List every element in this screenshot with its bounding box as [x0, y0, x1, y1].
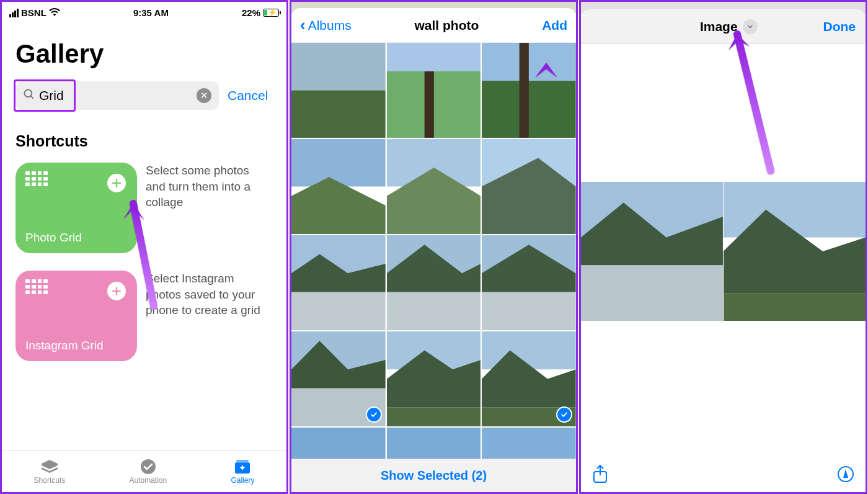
- grid-icon: [25, 171, 48, 186]
- photo-thumbnail[interactable]: [291, 331, 386, 426]
- layers-icon: [40, 459, 59, 475]
- tab-label: Automation: [129, 476, 167, 485]
- svg-rect-21: [291, 292, 386, 330]
- selected-check-icon: [366, 406, 382, 423]
- sparkle-card-icon: [233, 459, 252, 475]
- svg-rect-24: [387, 292, 481, 330]
- battery-icon: ⚡: [263, 9, 279, 17]
- add-button[interactable]: Add: [542, 18, 567, 33]
- signal-icon: [9, 9, 19, 17]
- screen-photo-picker: ‹ Albums wall photo Add: [290, 0, 578, 494]
- photo-thumbnail[interactable]: [387, 235, 481, 330]
- card-title: Photo Grid: [25, 231, 127, 245]
- card-description: Select Instagram photos saved to your ph…: [146, 271, 270, 318]
- section-heading: Shortcuts: [16, 132, 273, 150]
- photo-thumbnail[interactable]: [482, 43, 576, 138]
- svg-rect-34: [482, 331, 576, 369]
- svg-rect-42: [581, 265, 724, 321]
- screen-gallery: BSNL 9:35 AM 22% ⚡ Gallery Grid ✕: [0, 0, 288, 494]
- back-label: Albums: [308, 18, 352, 33]
- chevron-down-icon[interactable]: [743, 19, 758, 34]
- photo-thumbnail[interactable]: [291, 428, 386, 459]
- svg-rect-43: [724, 182, 866, 238]
- result-title: Image: [700, 19, 738, 34]
- svg-rect-45: [724, 293, 866, 321]
- photo-thumbnail[interactable]: [291, 139, 386, 234]
- photo-thumbnail[interactable]: [387, 139, 481, 234]
- result-body: [581, 44, 866, 459]
- svg-rect-13: [291, 139, 386, 187]
- battery-pct: 22%: [242, 7, 260, 18]
- photo-thumbnail[interactable]: [387, 331, 481, 426]
- photo-thumbnail[interactable]: [387, 428, 481, 459]
- tab-automation[interactable]: Automation: [129, 459, 167, 485]
- svg-point-0: [25, 89, 32, 97]
- picker-nav: ‹ Albums wall photo Add: [291, 8, 576, 43]
- picker-footer[interactable]: Show Selected (2): [291, 459, 576, 492]
- tab-label: Gallery: [231, 476, 254, 485]
- result-nav: Image Done: [581, 9, 866, 44]
- tab-bar: Shortcuts Automation Gallery: [2, 450, 286, 492]
- cancel-button[interactable]: Cancel: [228, 88, 268, 103]
- svg-rect-5: [291, 43, 386, 91]
- chevron-left-icon: ‹: [300, 16, 306, 35]
- carrier-label: BSNL: [21, 7, 46, 18]
- search-icon: [23, 88, 35, 104]
- shortcut-card-instagram-grid[interactable]: Instagram Grid: [16, 271, 137, 361]
- svg-rect-33: [387, 407, 481, 426]
- result-footer: [581, 459, 866, 492]
- grid-icon: [25, 279, 48, 294]
- page-title: Gallery: [16, 39, 273, 69]
- tab-shortcuts[interactable]: Shortcuts: [34, 459, 66, 485]
- svg-line-1: [31, 96, 33, 98]
- back-button[interactable]: ‹ Albums: [300, 16, 352, 35]
- photo-thumbnail[interactable]: [387, 43, 481, 138]
- svg-rect-37: [291, 428, 386, 459]
- search-input[interactable]: Grid ✕: [16, 81, 219, 110]
- tab-label: Shortcuts: [34, 476, 66, 485]
- tab-gallery[interactable]: Gallery: [231, 459, 254, 485]
- clear-search-icon[interactable]: ✕: [197, 88, 211, 103]
- svg-rect-27: [482, 292, 576, 330]
- markup-icon[interactable]: [837, 465, 854, 485]
- svg-rect-9: [387, 43, 481, 71]
- svg-point-2: [141, 459, 156, 474]
- status-time: 9:35 AM: [133, 7, 169, 18]
- done-button[interactable]: Done: [823, 19, 856, 34]
- card-title: Instagram Grid: [25, 339, 127, 353]
- photo-thumbnail[interactable]: [482, 139, 576, 234]
- photo-thumbnail[interactable]: [291, 235, 386, 330]
- svg-rect-12: [520, 43, 529, 138]
- status-bar: BSNL 9:35 AM 22% ⚡: [2, 2, 286, 20]
- screen-result: Image Done: [579, 0, 867, 494]
- wifi-icon: [49, 7, 60, 18]
- svg-rect-6: [291, 91, 386, 138]
- photo-grid: [291, 43, 576, 459]
- shortcut-card-photo-grid[interactable]: Photo Grid: [16, 163, 137, 253]
- clock-check-icon: [139, 459, 157, 475]
- photo-thumbnail[interactable]: [291, 43, 386, 138]
- add-shortcut-button[interactable]: [107, 174, 126, 192]
- picker-title: wall photo: [415, 18, 479, 33]
- svg-rect-39: [482, 428, 576, 459]
- search-value: Grid: [39, 88, 197, 103]
- svg-rect-38: [387, 428, 481, 459]
- photo-thumbnail[interactable]: [482, 428, 576, 459]
- photo-thumbnail[interactable]: [482, 331, 576, 426]
- card-description: Select some photos and turn them into a …: [146, 163, 270, 210]
- add-shortcut-button[interactable]: [107, 282, 126, 300]
- result-image: [581, 182, 866, 321]
- show-selected-button[interactable]: Show Selected (2): [381, 469, 487, 483]
- svg-rect-4: [236, 460, 249, 462]
- photo-thumbnail[interactable]: [482, 235, 576, 330]
- selected-check-icon: [556, 406, 572, 423]
- share-icon[interactable]: [592, 464, 608, 487]
